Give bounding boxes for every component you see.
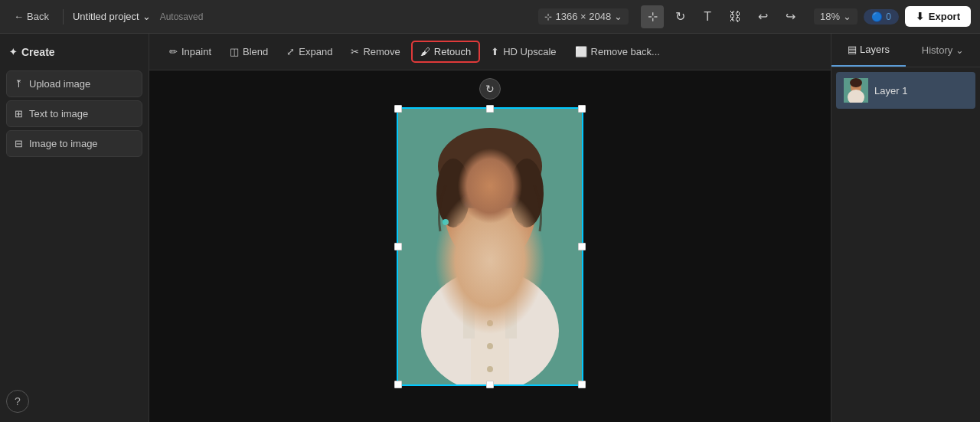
hd-upscale-icon: ⬆ [491, 46, 499, 57]
rotate-tool-button[interactable]: ↻ [668, 5, 691, 28]
blend-icon: ◫ [230, 46, 239, 57]
expand-button[interactable]: ⤢ Expand [279, 42, 340, 61]
image-to-image-label: Image to image [29, 138, 98, 149]
text-to-image-icon: ⊞ [15, 108, 23, 119]
redo-icon: ↪ [786, 9, 795, 24]
dimension-chevron-icon [614, 11, 622, 22]
svg-point-17 [487, 366, 493, 372]
back-label: Back [27, 11, 49, 22]
header-tools: ⊹ ↻ T ⛓ ↩ ↪ [641, 5, 802, 28]
handle-top-left[interactable] [394, 105, 402, 113]
svg-point-2 [438, 128, 542, 204]
dimensions-text: 1366 × 2048 [555, 11, 611, 22]
undo-icon: ↩ [758, 9, 768, 24]
refresh-icon: ↻ [485, 83, 495, 95]
canvas-content[interactable]: ↻ [149, 70, 831, 422]
create-icon: ✦ [9, 47, 17, 57]
handle-top-right[interactable] [578, 105, 586, 113]
sidebar-item-upload[interactable]: ⤒ Upload image [6, 70, 142, 97]
remove-bg-label: Remove back... [591, 46, 660, 57]
tab-layers[interactable]: ▤ Layers [831, 34, 906, 67]
svg-point-14 [502, 221, 524, 234]
export-icon: ⬇ [916, 11, 924, 22]
upload-label: Upload image [29, 78, 90, 90]
remove-button[interactable]: ✂ Remove [343, 42, 407, 61]
handle-middle-right[interactable] [578, 243, 586, 250]
blend-button[interactable]: ◫ Blend [222, 42, 276, 61]
svg-point-11 [498, 201, 516, 208]
retouch-label: Retouch [434, 46, 471, 57]
handle-bottom-left[interactable] [394, 381, 402, 388]
svg-point-20 [850, 78, 862, 87]
zoom-value: 18% [820, 11, 840, 22]
zoom-control[interactable]: 18% [814, 8, 858, 25]
layer-1-name: Layer 1 [874, 85, 907, 97]
sidebar-item-text-to-image[interactable]: ⊞ Text to image [6, 100, 142, 127]
export-button[interactable]: ⬇ Export [905, 6, 971, 27]
expand-icon: ⤢ [286, 46, 295, 57]
hd-upscale-label: HD Upscale [503, 46, 556, 57]
help-icon: ? [15, 395, 21, 407]
left-sidebar: ✦ Create ⤒ Upload image ⊞ Text to image … [0, 34, 149, 422]
layer-1-thumbnail [844, 78, 868, 103]
svg-point-13 [456, 221, 478, 234]
remove-background-button[interactable]: ⬜ Remove back... [567, 42, 668, 61]
image-to-image-icon: ⊟ [15, 138, 23, 149]
canvas-toolbar: ✏ Inpaint ◫ Blend ⤢ Expand ✂ Remove 🖌 Re… [149, 34, 831, 70]
divider [63, 9, 64, 25]
create-label: Create [21, 46, 55, 58]
undo-button[interactable]: ↩ [751, 5, 774, 28]
inpaint-icon: ✏ [169, 46, 178, 57]
remove-bg-icon: ⬜ [575, 46, 587, 57]
upload-icon: ⤒ [15, 78, 23, 90]
header: Back Untitled project Autosaved ⊹ 1366 ×… [0, 0, 980, 34]
blend-label: Blend [243, 46, 268, 57]
redo-button[interactable]: ↪ [779, 5, 802, 28]
zoom-chevron-icon [843, 11, 851, 22]
canvas-image [398, 109, 582, 384]
inpaint-label: Inpaint [181, 46, 211, 57]
help-button[interactable]: ? [6, 390, 29, 413]
text-tool-button[interactable]: T [696, 5, 719, 28]
right-tabs: ▤ Layers History ⌄ [831, 34, 980, 67]
svg-rect-7 [471, 293, 509, 384]
credit-badge: 🔵 0 [864, 9, 899, 25]
refresh-button[interactable]: ↻ [479, 78, 501, 100]
image-container[interactable]: ↻ [397, 107, 583, 386]
canvas-area: ✏ Inpaint ◫ Blend ⤢ Expand ✂ Remove 🖌 Re… [149, 34, 831, 422]
svg-rect-0 [398, 109, 582, 384]
inpaint-button[interactable]: ✏ Inpaint [162, 42, 219, 61]
layers-icon: ▤ [848, 44, 857, 55]
remove-icon: ✂ [351, 46, 359, 57]
dimension-icon: ⊹ [544, 11, 552, 22]
dimension-selector[interactable]: ⊹ 1366 × 2048 [538, 8, 629, 25]
handle-top-middle[interactable] [486, 105, 494, 113]
sidebar-item-image-to-image[interactable]: ⊟ Image to image [6, 130, 142, 157]
sidebar-create-header: ✦ Create [6, 43, 142, 61]
select-tool-button[interactable]: ⊹ [641, 5, 664, 28]
svg-point-15 [487, 320, 493, 326]
arrow-left-icon [14, 11, 24, 22]
credit-count: 0 [886, 11, 891, 22]
history-chevron-icon: ⌄ [956, 44, 964, 56]
svg-point-1 [444, 151, 536, 266]
retouch-button[interactable]: 🖌 Retouch [411, 41, 480, 63]
project-chevron-icon [142, 11, 151, 22]
tab-history[interactable]: History ⌄ [906, 34, 980, 67]
credit-icon: 🔵 [871, 11, 883, 22]
autosaved-status: Autosaved [160, 11, 204, 22]
layer-1-item[interactable]: Layer 1 [836, 72, 975, 109]
link-tool-button[interactable]: ⛓ [724, 5, 746, 28]
main-area: ✦ Create ⤒ Upload image ⊞ Text to image … [0, 34, 980, 422]
back-button[interactable]: Back [9, 8, 54, 25]
rotate-tool-icon: ↻ [675, 9, 685, 24]
layers-label: Layers [860, 44, 890, 55]
handle-middle-left[interactable] [394, 243, 402, 250]
remove-label: Remove [363, 46, 400, 57]
handle-bottom-middle[interactable] [486, 381, 494, 388]
project-name[interactable]: Untitled project [73, 11, 151, 22]
text-tool-icon: T [704, 10, 711, 24]
handle-bottom-right[interactable] [578, 381, 586, 388]
svg-point-10 [464, 201, 482, 208]
hd-upscale-button[interactable]: ⬆ HD Upscale [483, 42, 564, 61]
